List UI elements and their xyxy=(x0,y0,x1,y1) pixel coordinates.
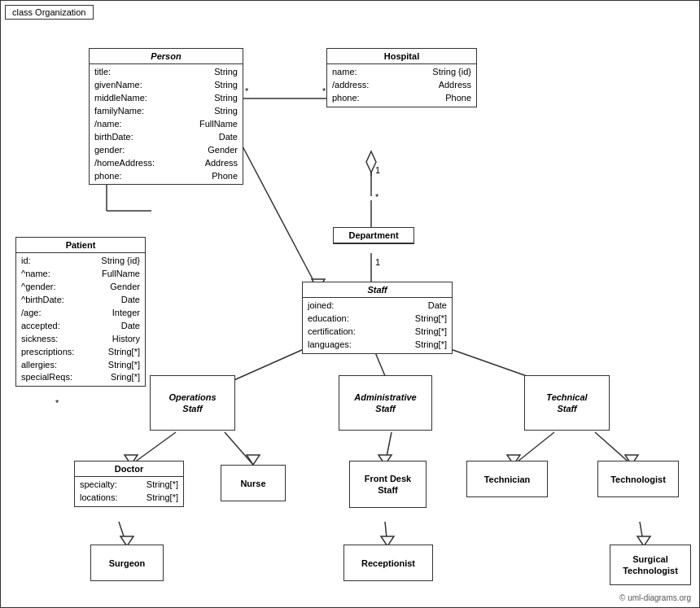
class-staff: Staff joined:Date education:String[*] ce… xyxy=(302,282,453,354)
svg-line-32 xyxy=(595,432,632,465)
hospital-title: Hospital xyxy=(327,49,476,64)
person-attrs: title:String givenName:String middleName… xyxy=(90,64,243,184)
class-administrative-staff: AdministrativeStaff xyxy=(339,375,432,431)
patient-attrs: id:String {id} ^name:FullName ^gender:Ge… xyxy=(16,253,145,386)
svg-marker-27 xyxy=(247,455,260,465)
class-technologist: Technologist xyxy=(597,461,679,497)
diagram-label: class Organization xyxy=(5,5,94,20)
svg-line-36 xyxy=(385,522,387,546)
svg-text:*: * xyxy=(375,192,379,202)
svg-line-24 xyxy=(131,432,176,465)
class-department: Department xyxy=(333,227,414,244)
diagram-title: class Organization xyxy=(12,7,86,17)
copyright: © uml-diagrams.org xyxy=(619,593,691,602)
svg-line-26 xyxy=(225,432,253,465)
class-front-desk-staff: Front DeskStaff xyxy=(349,461,427,508)
class-operations-staff: OperationsStaff xyxy=(150,375,235,431)
svg-marker-4 xyxy=(366,151,376,173)
person-title: Person xyxy=(90,49,243,64)
svg-line-38 xyxy=(640,522,644,546)
svg-line-28 xyxy=(385,432,392,465)
doctor-title: Doctor xyxy=(75,461,183,477)
diagram-container: class Organization * * 1 * 1 * xyxy=(0,0,700,608)
copyright-text: © uml-diagrams.org xyxy=(619,593,691,602)
department-title: Department xyxy=(334,228,413,243)
svg-text:*: * xyxy=(245,86,249,96)
class-surgeon: Surgeon xyxy=(90,545,164,581)
patient-title: Patient xyxy=(16,238,145,253)
hospital-attrs: name:String {id} /address:Address phone:… xyxy=(327,64,476,107)
class-receptionist: Receptionist xyxy=(343,545,433,581)
svg-text:1: 1 xyxy=(375,257,380,267)
class-doctor: Doctor specialty:String[*] locations:Str… xyxy=(74,461,184,507)
class-technical-staff: TechnicalStaff xyxy=(524,375,610,431)
svg-text:*: * xyxy=(55,398,59,408)
doctor-attrs: specialty:String[*] locations:String[*] xyxy=(75,477,183,506)
svg-line-16 xyxy=(241,143,318,290)
class-technician: Technician xyxy=(466,461,548,497)
class-person: Person title:String givenName:String mid… xyxy=(89,48,243,185)
class-nurse: Nurse xyxy=(221,465,286,501)
svg-line-34 xyxy=(119,522,127,546)
class-hospital: Hospital name:String {id} /address:Addre… xyxy=(326,48,477,107)
svg-line-30 xyxy=(514,432,554,465)
svg-text:1: 1 xyxy=(375,165,380,175)
staff-title: Staff xyxy=(303,282,452,298)
class-surgical-technologist: SurgicalTechnologist xyxy=(610,545,691,585)
staff-attrs: joined:Date education:String[*] certific… xyxy=(303,298,452,353)
class-patient: Patient id:String {id} ^name:FullName ^g… xyxy=(15,237,146,387)
